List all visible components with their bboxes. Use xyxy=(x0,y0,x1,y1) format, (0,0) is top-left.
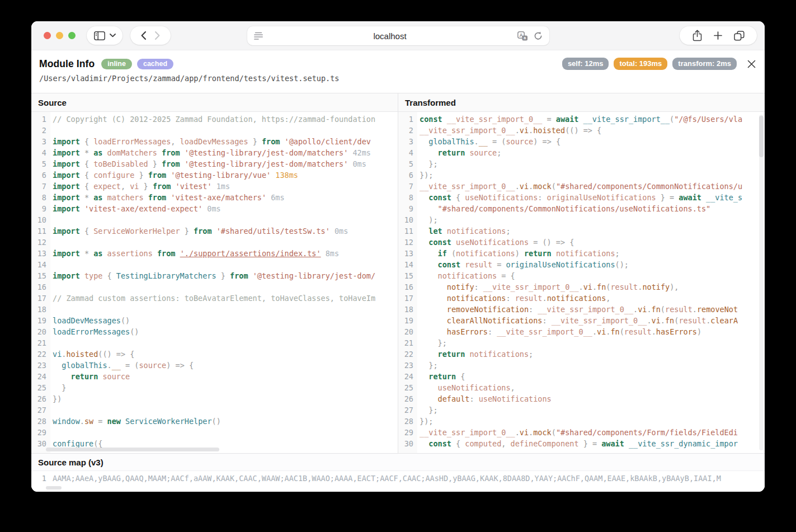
code-token: . xyxy=(633,305,638,314)
code-token: mock xyxy=(533,182,552,191)
code-token: as xyxy=(93,249,102,258)
code-token: originalUseNotifications xyxy=(506,260,615,269)
timing-badge-self: self: 12ms xyxy=(562,58,609,70)
code-line: 12 const useNotifications = () => { xyxy=(398,237,765,248)
code-token: source xyxy=(98,372,130,381)
code-token: , xyxy=(606,294,610,303)
code-line: 5import { toBeDisabled } from '@testing-… xyxy=(31,158,398,170)
code-line: 16 notify: __vite_ssr_import_0__.vi.fn(r… xyxy=(398,281,765,293)
code-token: ; xyxy=(529,350,533,359)
code-token: __vite_ssr_import_0__ xyxy=(483,283,579,291)
line-number: 17 xyxy=(398,293,413,304)
code-line: 3import { loadErrorMessages, loadDevMess… xyxy=(31,136,398,147)
address-bar[interactable]: localhost Aa xyxy=(247,26,549,45)
window-minimize-button[interactable] xyxy=(56,32,63,39)
code-token: () xyxy=(121,316,130,325)
code-token xyxy=(420,372,428,381)
code-token: hasErrors xyxy=(447,327,488,336)
code-token: * xyxy=(80,148,93,157)
code-token: fn xyxy=(665,316,674,325)
new-tab-icon[interactable] xyxy=(714,31,722,40)
code-token: . xyxy=(515,182,520,191)
code-token: type xyxy=(80,271,103,280)
sidebar-toggle-button[interactable] xyxy=(87,26,123,45)
module-link[interactable]: './support/assertions/index.ts' xyxy=(180,249,321,258)
sidebar-icon xyxy=(94,31,105,40)
source-map-horizontal-scrollbar[interactable] xyxy=(46,486,62,489)
code-token: fn xyxy=(652,305,661,314)
code-token: { xyxy=(451,193,465,202)
translate-icon[interactable]: Aa xyxy=(517,31,528,41)
code-token: ({ xyxy=(93,439,102,448)
code-token: clearAllNotifications xyxy=(447,316,543,325)
code-token: vi xyxy=(638,305,647,314)
tabs-overview-icon[interactable] xyxy=(734,31,745,41)
code-token: } xyxy=(180,227,194,236)
line-number: 30 xyxy=(398,438,413,449)
code-token: import xyxy=(53,171,80,180)
code-token: let xyxy=(428,227,442,236)
code-line: 29__vite_ssr_import_0__.vi.mock("#shared… xyxy=(398,427,765,438)
code-token: '@testing-library/jest-dom/ xyxy=(248,271,376,280)
code-token: from xyxy=(162,159,180,168)
share-icon[interactable] xyxy=(693,30,702,41)
code-line: 22 return notifications; xyxy=(398,349,765,360)
code-token: "#shared/components/CommonNotifications/… xyxy=(556,182,742,191)
code-token: : xyxy=(529,305,538,314)
code-line: 15 notifications = { xyxy=(398,270,765,281)
code-token: useNotifications xyxy=(465,193,538,202)
code-token: . xyxy=(107,361,112,370)
source-panel-title: Source xyxy=(31,93,398,112)
code-line: 27 xyxy=(31,404,398,416)
code-line: 6}); xyxy=(398,170,765,181)
code-token: ServiceWorkerHelper xyxy=(93,227,180,236)
code-token: vi xyxy=(53,350,62,359)
code-token: : xyxy=(488,327,497,336)
line-number: 11 xyxy=(31,225,46,237)
code-token: 'vitest-axe/extend-expect' xyxy=(80,204,202,213)
code-token: __vite_ssr_import_0__ xyxy=(420,126,515,135)
transformed-scrollbar-track[interactable] xyxy=(759,115,764,450)
code-token: (() => { xyxy=(98,350,134,359)
code-token: result xyxy=(665,305,693,314)
line-number: 14 xyxy=(398,259,413,270)
reader-icon[interactable] xyxy=(254,32,263,40)
code-token: __vite_ssr_import_0__ xyxy=(420,182,515,191)
window-zoom-button[interactable] xyxy=(68,32,76,39)
code-token: notifications xyxy=(447,294,506,303)
source-map-section: Source map (v3) 1AAMA;AAeA,yBAAG,QAAQ,MA… xyxy=(31,453,765,492)
code-line: 10 ); xyxy=(398,214,765,225)
code-token xyxy=(420,271,438,280)
code-line: 10 xyxy=(31,214,398,225)
code-token: = xyxy=(93,417,107,426)
code-line: 8import * as matchers from 'vitest-axe/m… xyxy=(31,192,398,203)
reload-icon[interactable] xyxy=(534,31,543,40)
code-token: }) xyxy=(53,394,62,403)
close-icon[interactable] xyxy=(747,60,756,68)
line-number: 9 xyxy=(398,203,413,214)
back-button[interactable] xyxy=(140,31,147,40)
code-token: = () => { xyxy=(529,238,574,247)
code-token: } xyxy=(53,383,66,392)
code-line: 21 xyxy=(31,337,398,349)
line-number: 16 xyxy=(31,281,46,293)
code-token: ), xyxy=(670,283,679,291)
code-token: . xyxy=(515,126,520,135)
code-token: as xyxy=(93,193,102,202)
code-token: hasErrors xyxy=(656,327,697,336)
code-token: . xyxy=(529,182,533,191)
code-token: 0ms xyxy=(348,159,366,168)
source-horizontal-scrollbar[interactable] xyxy=(46,448,219,451)
forward-button[interactable] xyxy=(154,31,161,40)
code-token: notifications xyxy=(465,350,529,359)
window-close-button[interactable] xyxy=(44,32,51,39)
transformed-scrollbar-thumb[interactable] xyxy=(759,116,764,157)
code-token xyxy=(420,227,428,236)
code-token: 138ms xyxy=(271,171,298,180)
code-line: 27 }; xyxy=(398,404,765,416)
line-number: 15 xyxy=(398,270,413,281)
code-token: '@testing-library/vue' xyxy=(166,171,271,180)
line-number: 1 xyxy=(398,114,413,125)
code-token: { xyxy=(102,271,116,280)
code-line: 2__vite_ssr_import_0__.vi.hoisted(() => … xyxy=(398,125,765,136)
